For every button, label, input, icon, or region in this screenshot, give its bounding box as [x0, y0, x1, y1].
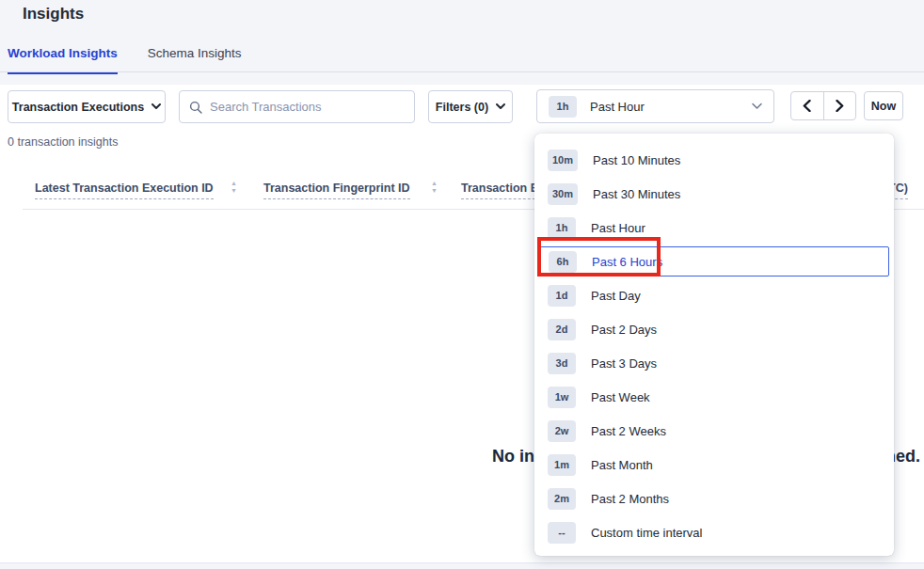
menu-item-past-day[interactable]: 1d Past Day: [534, 278, 894, 312]
column-header-latest-transaction-execution-id[interactable]: Latest Transaction Execution ID: [35, 182, 214, 199]
time-interval-badge: 1h: [549, 96, 577, 118]
sort-icon[interactable]: ▲ ▼: [431, 180, 438, 195]
empty-state-text-left: No in: [492, 447, 534, 466]
menu-item-label: Past 3 Days: [591, 356, 657, 371]
interval-badge: 2d: [548, 319, 576, 340]
menu-item-past-week[interactable]: 1w Past Week: [534, 380, 894, 414]
page-bottom-strip: [0, 562, 924, 569]
chevron-left-icon: [803, 100, 811, 112]
menu-item-past-3-days[interactable]: 3d Past 3 Days: [534, 346, 894, 380]
tab-bar-divider: [0, 71, 924, 72]
time-interval-select[interactable]: 1h Past Hour: [536, 89, 774, 123]
results-count: 0 transaction insights: [8, 135, 118, 149]
time-interval-label: Past Hour: [590, 100, 645, 114]
menu-item-label: Past 2 Weeks: [591, 424, 666, 438]
interval-badge: 6h: [549, 251, 577, 273]
chevron-right-icon: [836, 100, 844, 112]
menu-item-label: Past Hour: [591, 221, 645, 235]
next-interval-button[interactable]: [824, 92, 856, 119]
menu-item-past-2-months[interactable]: 2m Past 2 Months: [534, 482, 894, 515]
interval-badge: 3d: [548, 353, 576, 374]
interval-badge: 1m: [548, 454, 576, 476]
tab-schema-insights[interactable]: Schema Insights: [148, 46, 242, 74]
chevron-down-icon: [496, 103, 505, 110]
menu-item-label: Past Day: [591, 289, 641, 303]
tab-workload-insights[interactable]: Workload Insights: [8, 46, 118, 74]
menu-item-label: Past 2 Days: [591, 323, 657, 337]
interval-badge: 1h: [548, 217, 576, 239]
search-input[interactable]: [210, 100, 405, 114]
sort-down-arrow: ▼: [431, 187, 438, 195]
menu-item-past-hour[interactable]: 1h Past Hour: [534, 211, 894, 245]
menu-item-past-2-weeks[interactable]: 2w Past 2 Weeks: [534, 414, 894, 448]
menu-item-label: Past 2 Months: [591, 492, 669, 506]
view-type-dropdown[interactable]: Transaction Executions: [8, 90, 166, 123]
column-header-transaction-execution-clipped[interactable]: Transaction Ex: [461, 182, 545, 199]
interval-badge: 10m: [548, 150, 578, 171]
now-button[interactable]: Now: [864, 91, 903, 120]
interval-badge: 30m: [548, 183, 578, 205]
menu-item-label: Past 30 Minutes: [593, 187, 680, 201]
page-header: Insights Workload Insights Schema Insigh…: [0, 0, 924, 85]
sort-down-arrow: ▼: [231, 187, 237, 195]
chevron-down-icon: [752, 103, 762, 110]
chevron-down-icon: [151, 103, 161, 110]
menu-item-custom-time-interval[interactable]: -- Custom time interval: [534, 515, 894, 549]
menu-item-label: Past Week: [591, 390, 650, 404]
filters-dropdown[interactable]: Filters (0): [428, 90, 513, 123]
interval-badge: --: [548, 522, 576, 544]
menu-item-past-6-hours[interactable]: 6h Past 6 Hours: [539, 246, 889, 277]
menu-item-label: Past 6 Hours: [592, 255, 662, 269]
time-range-stepper: [790, 91, 856, 120]
menu-item-past-2-days[interactable]: 2d Past 2 Days: [534, 312, 894, 346]
sort-icon[interactable]: ▲ ▼: [231, 180, 237, 195]
search-box[interactable]: [179, 90, 415, 123]
menu-item-label: Past 10 Minutes: [593, 153, 680, 167]
interval-badge: 1w: [548, 387, 576, 408]
menu-item-past-10-minutes[interactable]: 10m Past 10 Minutes: [534, 143, 894, 177]
previous-interval-button[interactable]: [791, 92, 824, 119]
column-header-transaction-fingerprint-id[interactable]: Transaction Fingerprint ID: [263, 182, 410, 199]
menu-item-label: Custom time interval: [591, 526, 702, 540]
insights-page: Insights Workload Insights Schema Insigh…: [0, 0, 924, 569]
filters-label: Filters (0): [436, 101, 488, 114]
interval-badge: 2w: [548, 420, 576, 442]
sort-up-arrow: ▲: [231, 180, 237, 187]
sort-up-arrow: ▲: [431, 180, 438, 187]
menu-item-past-30-minutes[interactable]: 30m Past 30 Minutes: [534, 177, 894, 211]
view-type-label: Transaction Executions: [12, 101, 144, 114]
tab-bar: Workload Insights Schema Insights: [8, 46, 242, 74]
interval-badge: 2m: [548, 488, 576, 510]
interval-badge: 1d: [548, 285, 576, 307]
search-icon: [189, 101, 202, 114]
menu-item-past-month[interactable]: 1m Past Month: [534, 448, 894, 482]
page-title: Insights: [23, 5, 84, 24]
time-interval-dropdown-menu: 10m Past 10 Minutes 30m Past 30 Minutes …: [534, 134, 894, 556]
menu-item-label: Past Month: [591, 458, 653, 472]
